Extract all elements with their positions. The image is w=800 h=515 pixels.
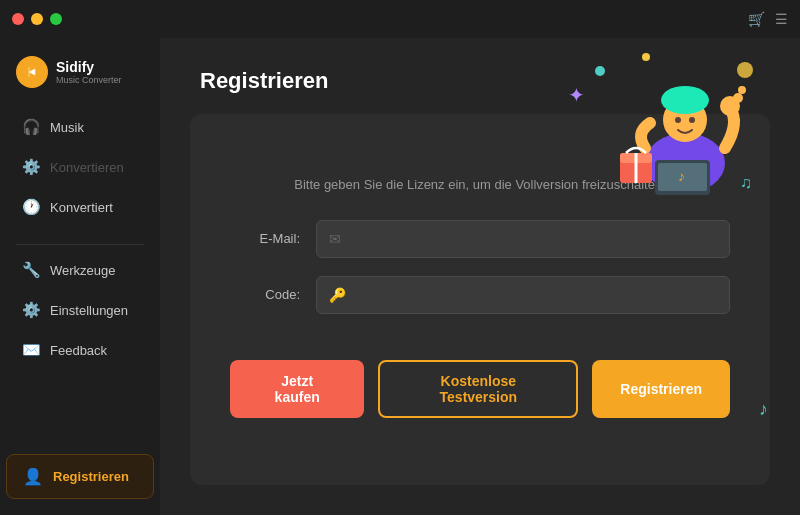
feedback-icon: ✉️ — [22, 341, 40, 359]
cart-icon[interactable]: 🛒 — [748, 11, 765, 27]
logo-name: Sidify — [56, 59, 122, 75]
register-sidebar-icon: 👤 — [23, 467, 43, 486]
logo-text: Sidify Music Converter — [56, 59, 122, 85]
page-title: Registrieren — [200, 68, 328, 94]
close-button[interactable] — [12, 13, 24, 25]
sidebar-label-konvertiert: Konvertiert — [50, 200, 113, 215]
email-icon: ✉ — [329, 231, 341, 247]
werkzeuge-icon: 🔧 — [22, 261, 40, 279]
sidebar: Sidify Music Converter 🎧 Musik ⚙️ Konver… — [0, 38, 160, 515]
sidebar-bottom: 👤 Registrieren — [0, 444, 160, 515]
sidebar-item-einstellungen[interactable]: ⚙️ Einstellungen — [6, 291, 154, 329]
maximize-button[interactable] — [50, 13, 62, 25]
sidebar-item-feedback[interactable]: ✉️ Feedback — [6, 331, 154, 369]
sidebar-label-konvertieren: Konvertieren — [50, 160, 124, 175]
code-input-wrapper[interactable]: 🔑 — [316, 276, 730, 314]
musik-icon: 🎧 — [22, 118, 40, 136]
code-row: Code: 🔑 — [230, 276, 730, 314]
code-field[interactable] — [354, 287, 717, 302]
svg-text:♪: ♪ — [678, 168, 685, 184]
sidebar-item-konvertiert[interactable]: 🕐 Konvertiert — [6, 188, 154, 226]
svg-rect-7 — [663, 98, 707, 108]
email-input-wrapper[interactable]: ✉ — [316, 220, 730, 258]
sidebar-item-konvertieren: ⚙️ Konvertieren — [6, 148, 154, 186]
svg-text:♫: ♫ — [740, 174, 752, 191]
email-field[interactable] — [349, 231, 717, 246]
sidebar-label-musik: Musik — [50, 120, 84, 135]
sidebar-item-musik[interactable]: 🎧 Musik — [6, 108, 154, 146]
logo-sub: Music Converter — [56, 75, 122, 85]
email-label: E-Mail: — [230, 231, 300, 246]
konvertieren-icon: ⚙️ — [22, 158, 40, 176]
illustration: ♪ ♫ — [590, 48, 770, 203]
register-sidebar-label: Registrieren — [53, 469, 129, 484]
title-bar: 🛒 ☰ — [0, 0, 800, 38]
titlebar-actions: 🛒 ☰ — [748, 11, 788, 27]
einstellungen-icon: ⚙️ — [22, 301, 40, 319]
decorative-music-note: ♪ — [759, 399, 768, 420]
menu-icon[interactable]: ☰ — [775, 11, 788, 27]
svg-point-8 — [675, 117, 681, 123]
svg-point-17 — [737, 62, 753, 78]
code-label: Code: — [230, 287, 300, 302]
konvertiert-icon: 🕐 — [22, 198, 40, 216]
sidebar-label-feedback: Feedback — [50, 343, 107, 358]
main-content: ✦ ♪ — [160, 38, 800, 515]
sidebar-item-werkzeuge[interactable]: 🔧 Werkzeuge — [6, 251, 154, 289]
email-row: E-Mail: ✉ — [230, 220, 730, 258]
svg-point-9 — [689, 117, 695, 123]
sidebar-logo: Sidify Music Converter — [0, 46, 160, 108]
buy-button[interactable]: Jetzt kaufen — [230, 360, 364, 418]
trial-button[interactable]: Kostenlose Testversion — [378, 360, 578, 418]
logo-icon — [16, 56, 48, 88]
key-icon: 🔑 — [329, 287, 346, 303]
app-body: Sidify Music Converter 🎧 Musik ⚙️ Konver… — [0, 38, 800, 515]
sidebar-label-einstellungen: Einstellungen — [50, 303, 128, 318]
sidebar-nav: 🎧 Musik ⚙️ Konvertieren 🕐 Konvertiert 🔧 … — [0, 108, 160, 444]
svg-point-3 — [733, 93, 743, 103]
minimize-button[interactable] — [31, 13, 43, 25]
svg-point-4 — [738, 86, 746, 94]
sidebar-label-werkzeuge: Werkzeuge — [50, 263, 116, 278]
form-actions: Jetzt kaufen Kostenlose Testversion Regi… — [230, 360, 730, 418]
register-button[interactable]: Registrieren — [592, 360, 730, 418]
decorative-plus: ✦ — [568, 83, 585, 107]
window-controls — [12, 13, 62, 25]
register-sidebar-button[interactable]: 👤 Registrieren — [6, 454, 154, 499]
